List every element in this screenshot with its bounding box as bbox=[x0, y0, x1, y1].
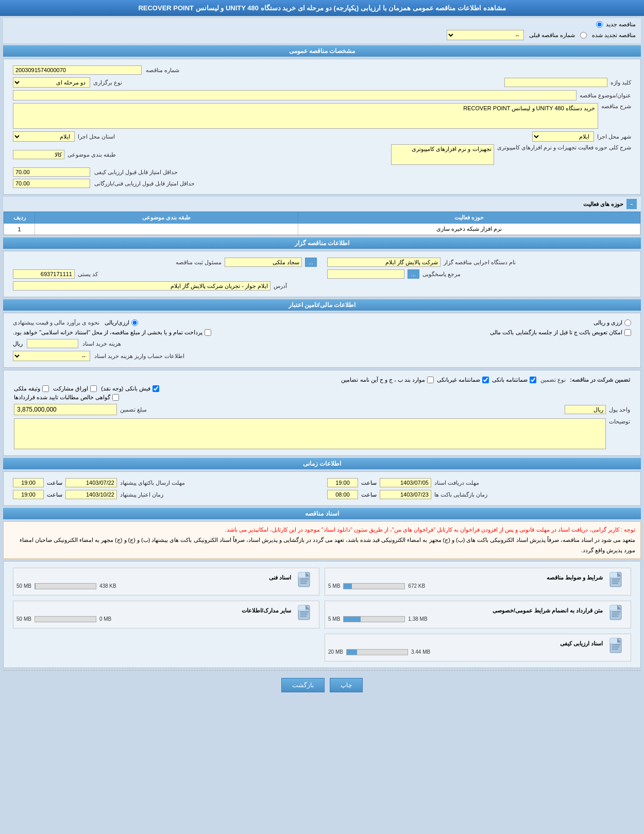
doc-icon bbox=[295, 571, 316, 592]
guarantee-receivables-cb[interactable] bbox=[112, 394, 119, 401]
svg-rect-10 bbox=[300, 581, 308, 582]
docs-section: شرایط و ضوابط مناقصه 5 MB 672 KB bbox=[3, 561, 641, 668]
expense-label: هزینه خرید اسناد bbox=[82, 341, 121, 347]
guarantee-bonds-label[interactable]: اوراق مشارکت bbox=[53, 385, 97, 392]
estimate-option2-radio[interactable] bbox=[624, 319, 631, 326]
doc-progress: 50 MB 438 KB bbox=[16, 583, 291, 589]
guarantee-desc-textarea[interactable] bbox=[14, 418, 606, 449]
general-specs-header: مشخصات مناقصه عمومی bbox=[3, 45, 641, 57]
financial-section: ارزی و ریالی ارزی/ریالی نحوه ی برآورد ما… bbox=[3, 313, 641, 368]
amount-input[interactable] bbox=[14, 404, 117, 415]
guarantee-cases-label[interactable]: موارد بند ب ، ج و ح آین نامه تضامین bbox=[341, 377, 434, 383]
ref-btn[interactable]: ... bbox=[408, 269, 419, 279]
doc-info: متن قرارداد به انضمام شرایط عمومی/خصوصی … bbox=[328, 607, 603, 622]
scope-cell: نرم افزار شبکه ذخیره سازی bbox=[298, 224, 640, 235]
guarantee-section: تضمین شرکت در مناقصه: نوع تضمین ضمانتنام… bbox=[3, 370, 641, 456]
estimate-option1-label[interactable]: ارزی/ریالی bbox=[105, 319, 138, 326]
print-button[interactable]: چاپ bbox=[330, 678, 363, 692]
new-tender-radio[interactable] bbox=[596, 21, 603, 28]
scope-textarea[interactable]: تجهیزات و نرم افزارهای کامپیوتری bbox=[391, 144, 494, 165]
doc-receive-label: مهلت دریافت اسناد bbox=[434, 480, 479, 486]
estimate-label: نحوه ی برآورد مالی و قیمت پیشنهادی bbox=[13, 319, 99, 326]
payment-checkbox-label[interactable]: امکان تعویض باکت ج تا قبل از جلسه بازگشا… bbox=[490, 329, 631, 336]
responsible-input[interactable] bbox=[225, 258, 302, 267]
general-specs-section: شماره مناقصه کلید واژه نوع برگزاری دو مر… bbox=[3, 59, 641, 195]
doc-send-date[interactable] bbox=[65, 478, 117, 487]
city-select[interactable]: ایلام bbox=[532, 131, 594, 142]
col-category: طبقه بندی موضوعی bbox=[35, 212, 298, 224]
postal-label: کد پستی bbox=[78, 271, 98, 278]
svg-rect-4 bbox=[612, 581, 619, 582]
payment-checkbox[interactable] bbox=[624, 329, 631, 336]
guarantee-bonds-cb[interactable] bbox=[90, 385, 97, 392]
tender-title-input[interactable]: مناقصه عمومی همزمان با ارزیابی (یکپارجه)… bbox=[13, 90, 577, 100]
address-input[interactable] bbox=[13, 281, 270, 291]
doc-send-time[interactable] bbox=[13, 478, 44, 487]
category-input[interactable] bbox=[13, 150, 64, 159]
doc-item: اسناد ارزیابی کیفی 20 MB 3.44 MB bbox=[325, 634, 631, 661]
validity-time[interactable] bbox=[13, 490, 44, 499]
account-select[interactable]: -- bbox=[13, 351, 90, 361]
unit-input[interactable] bbox=[565, 405, 606, 414]
renewed-tender-radio[interactable] bbox=[580, 32, 587, 39]
category-cell bbox=[35, 224, 298, 235]
opening-date[interactable] bbox=[380, 490, 431, 499]
keyword-input[interactable] bbox=[504, 78, 607, 87]
amount-label: مبلغ تضمین bbox=[120, 406, 147, 413]
doc-receive-date[interactable] bbox=[380, 478, 431, 487]
bottom-buttons: چاپ بازگشت bbox=[0, 673, 644, 697]
min-quality-input[interactable] bbox=[13, 167, 90, 177]
guarantee-bank-label[interactable]: ضمانتنامه بانکی bbox=[492, 377, 536, 383]
doc-send-label: مهلت ارسال باکتهای پیشنهاد bbox=[120, 480, 185, 486]
prev-tender-select[interactable]: -- bbox=[447, 30, 524, 40]
desc-textarea[interactable]: خرید دستگاه UNITY 480 و لیسانس RECOVER P… bbox=[13, 103, 598, 129]
province-label: استان محل اجرا bbox=[78, 133, 115, 140]
svg-rect-1 bbox=[610, 572, 617, 577]
min-financial-label: حداقل امتیاز قابل قبول ارزیابی فنی/بازرگ… bbox=[94, 180, 195, 187]
guarantee-receivables-label[interactable]: گواهی خالص مطالبات تایید شده قراردادها bbox=[14, 394, 119, 401]
doc-progress: 5 MB 672 KB bbox=[328, 583, 603, 589]
svg-rect-15 bbox=[612, 611, 620, 612]
guarantee-cash-label[interactable]: فیش بانکی (وجه نقد) bbox=[101, 385, 159, 392]
guarantee-cases-cb[interactable] bbox=[427, 377, 434, 383]
doc-title: سایر مدارک/اطلاعات bbox=[16, 607, 291, 614]
account-label: اطلاعات حساب واریز هزینه خرید اسناد bbox=[94, 353, 184, 360]
guarantee-property-cb[interactable] bbox=[42, 385, 49, 392]
province-select[interactable]: ایلام bbox=[13, 131, 75, 142]
opening-time[interactable] bbox=[327, 490, 358, 499]
guarantee-property-label[interactable]: وثیقه ملکی bbox=[14, 385, 49, 392]
doc-icon bbox=[607, 604, 628, 625]
type-label: نوع برگزاری bbox=[93, 79, 122, 86]
payment-note-label[interactable]: پرداخت تمام و یا بخشی از مبلغ مناقصه، از… bbox=[13, 329, 211, 336]
tender-number-input[interactable] bbox=[13, 65, 142, 75]
guarantee-nonbank-label[interactable]: ضمانتنامه غیربانکی bbox=[437, 377, 489, 383]
svg-rect-28 bbox=[612, 646, 619, 648]
contractor-name-input[interactable] bbox=[327, 258, 440, 267]
type-select[interactable]: دو مرحله ای bbox=[13, 77, 90, 88]
min-quality-label: حداقل امتیاز قابل قبول ارزیابی کیفی bbox=[94, 169, 178, 176]
responsible-btn[interactable]: ... bbox=[305, 258, 317, 267]
validity-date[interactable] bbox=[65, 490, 117, 499]
svg-rect-5 bbox=[612, 583, 618, 584]
estimate-option1-radio[interactable] bbox=[131, 319, 138, 326]
col-row: ردیف bbox=[4, 212, 35, 224]
desc-label: شرح مناقصه bbox=[601, 103, 631, 110]
guarantee-nonbank-cb[interactable] bbox=[482, 377, 489, 383]
doc-receive-time[interactable] bbox=[327, 478, 358, 487]
doc-info: شرایط و ضوابط مناقصه 5 MB 672 KB bbox=[328, 574, 603, 589]
min-financial-input[interactable] bbox=[13, 179, 90, 188]
tender-type-selection: مناقصه جدید مناقصه تجدید شده شماره مناقص… bbox=[3, 18, 641, 43]
estimate-option2-label[interactable]: ارزی و ریالی bbox=[594, 319, 631, 326]
collapse-activity-btn[interactable]: - bbox=[626, 199, 637, 209]
expense-input[interactable] bbox=[27, 339, 78, 348]
postal-input[interactable] bbox=[13, 269, 75, 279]
guarantee-bank-cb[interactable] bbox=[530, 377, 536, 383]
svg-rect-23 bbox=[300, 616, 307, 617]
doc-title: متن قرارداد به انضمام شرایط عمومی/خصوصی bbox=[328, 607, 603, 614]
opening-label: زمان بازگشایی باکت ها bbox=[434, 491, 487, 498]
payment-note-checkbox[interactable] bbox=[205, 329, 211, 336]
ref-input[interactable] bbox=[327, 269, 404, 279]
guarantee-cash-cb[interactable] bbox=[152, 385, 159, 392]
back-button[interactable]: بازگشت bbox=[281, 678, 325, 692]
docs-header: اسناد مناقصه bbox=[3, 508, 641, 519]
